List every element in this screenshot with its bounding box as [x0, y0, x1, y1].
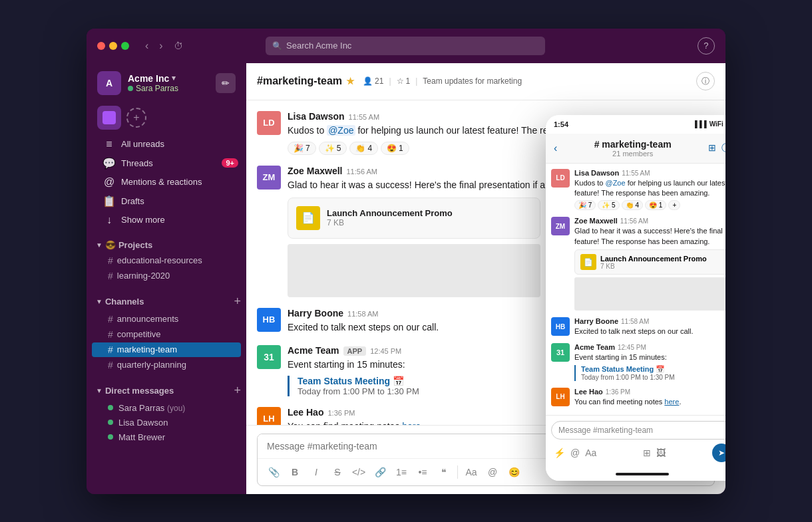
channel-item-marketing-team[interactable]: # marketing-team: [92, 342, 241, 357]
italic-button[interactable]: I: [307, 463, 325, 481]
reaction-party[interactable]: 🎉 7: [288, 142, 316, 155]
link-button[interactable]: 🔗: [371, 463, 389, 481]
msg-time-lisa: 11:55 AM: [349, 113, 379, 121]
mobile-reaction-party[interactable]: 🎉 7: [574, 200, 596, 210]
mobile-attachment-icon[interactable]: ⊞: [643, 448, 651, 458]
hash-icon: #: [108, 314, 113, 325]
emoji-button[interactable]: 😊: [505, 463, 523, 481]
workspace-header[interactable]: A Acme Inc ▾ Sara Parras ✏: [87, 63, 246, 103]
dm-header[interactable]: ▼ Direct messages +: [87, 381, 246, 400]
attachment-button[interactable]: 📎: [264, 463, 283, 481]
projects-header[interactable]: ▼ 😎 Projects: [87, 237, 246, 253]
msg-author-zoe: Zoe Maxwell: [288, 166, 342, 176]
mobile-avatar-lee: LH: [551, 388, 570, 406]
mobile-back-button[interactable]: ‹: [554, 142, 557, 154]
msg-time-harry: 11:58 AM: [347, 310, 378, 318]
mobile-video-icon[interactable]: ⊞: [708, 142, 716, 154]
block-button[interactable]: ❝: [435, 463, 453, 481]
mobile-input-box[interactable]: Message #marketing-team: [551, 421, 725, 440]
mobile-text-harry: Excited to talk next steps on our call.: [574, 326, 725, 336]
workspace-icon[interactable]: [97, 106, 121, 130]
mobile-text-acme: Event starting in 15 minutes:: [574, 352, 725, 362]
ordered-list-button[interactable]: 1≡: [392, 463, 411, 481]
mobile-text-lee: You can find meeting notes here.: [574, 397, 725, 407]
mobile-at-icon[interactable]: @: [570, 448, 580, 458]
workspace-user: Sara Parras: [128, 84, 209, 93]
avatar-acme-team: 31: [257, 345, 281, 369]
sidebar-item-all-unreads[interactable]: ≡ All unreads: [92, 136, 241, 153]
online-dot: [108, 420, 113, 425]
mobile-link-here[interactable]: here: [664, 398, 679, 406]
sidebar-item-show-more[interactable]: ↓ Show more: [92, 211, 241, 229]
mobile-event-card: Team Status Meeting 📅 Today from 1:00 PM…: [574, 365, 725, 381]
channel-item-competitive[interactable]: # competitive: [92, 327, 241, 342]
mobile-overlay: 1:54 ▐▐▐ WiFi ▓ ‹ # marketing-team 21 me…: [546, 115, 725, 481]
mobile-file-name: Launch Announcement Promo: [600, 255, 707, 263]
code-button[interactable]: </>: [349, 463, 368, 481]
mobile-reaction-sparkles[interactable]: ✨ 5: [598, 200, 619, 210]
mobile-reaction-clap[interactable]: 👏 4: [622, 200, 643, 210]
reaction-heart-eyes[interactable]: 😍 1: [381, 142, 409, 155]
chat-header: #marketing-team ★ 👤 21 | ☆ 1 | Team upda…: [246, 63, 725, 100]
unordered-list-button[interactable]: •≡: [413, 463, 432, 481]
strikethrough-button[interactable]: S: [328, 463, 347, 481]
bold-button[interactable]: B: [286, 463, 304, 481]
threads-badge: 9+: [222, 158, 238, 168]
mobile-font-icon[interactable]: Aa: [585, 448, 596, 458]
mobile-input-toolbar: ⚡ @ Aa ⊞ 🖼 ➤: [551, 444, 725, 462]
dm-item-matt[interactable]: Matt Brewer: [92, 430, 241, 444]
compose-button[interactable]: ✏: [216, 73, 236, 93]
add-channel-button[interactable]: +: [234, 295, 241, 309]
search-bar[interactable]: 🔍 Search Acme Inc: [266, 37, 545, 55]
online-dot: [108, 434, 113, 440]
maximize-button[interactable]: [121, 42, 129, 50]
mobile-reaction-add[interactable]: +: [668, 200, 680, 210]
back-button[interactable]: ‹: [142, 39, 151, 53]
forward-button[interactable]: ›: [156, 39, 165, 53]
mobile-reaction-heart[interactable]: 😍 1: [645, 200, 666, 210]
mobile-avatar-harry: HB: [551, 317, 570, 336]
app-badge: APP: [343, 346, 367, 356]
mobile-author-lisa: Lisa Dawson: [574, 169, 619, 177]
close-button[interactable]: [97, 42, 105, 50]
dm-item-lisa[interactable]: Lisa Dawson: [92, 416, 241, 430]
search-icon: 🔍: [272, 41, 282, 51]
mobile-message-zoe: ZM Zoe Maxwell 11:56 AM Glad to hear it …: [551, 217, 725, 311]
sidebar-item-drafts[interactable]: 📋 Drafts: [92, 192, 241, 210]
add-workspace-button[interactable]: +: [126, 108, 146, 128]
dm-section: ▼ Direct messages + Sara Parras (you) Li…: [87, 381, 246, 445]
mobile-send-button[interactable]: ➤: [712, 444, 725, 462]
mobile-time-lee: 1:36 PM: [606, 388, 630, 396]
font-button[interactable]: Aa: [462, 463, 481, 481]
channel-title: #marketing-team ★: [257, 75, 355, 87]
mobile-image-icon[interactable]: 🖼: [656, 448, 666, 458]
add-dm-button[interactable]: +: [234, 384, 241, 398]
mobile-info-icon[interactable]: ⓘ: [721, 142, 725, 154]
channel-item-announcements[interactable]: # announcements: [92, 312, 241, 326]
reaction-sparkles[interactable]: ✨ 5: [319, 142, 347, 155]
info-button[interactable]: ⓘ: [696, 72, 715, 90]
mobile-time-acme: 12:45 PM: [618, 344, 646, 351]
channels-header[interactable]: ▼ Channels +: [87, 292, 246, 311]
minimize-button[interactable]: [109, 42, 117, 50]
help-button[interactable]: ?: [698, 37, 715, 55]
channel-item-educational-resources[interactable]: # educational-resources: [92, 253, 241, 268]
reaction-clap[interactable]: 👏 4: [349, 142, 378, 155]
mobile-lightning-icon[interactable]: ⚡: [554, 448, 565, 458]
channel-item-learning-2020[interactable]: # learning-2020: [92, 269, 241, 283]
msg-time-lee: 1:36 PM: [327, 409, 355, 417]
mobile-status-icons: ▐▐▐ WiFi ▓: [692, 120, 725, 128]
mobile-file-preview: [574, 277, 725, 311]
file-attachment: 📄 Launch Announcement Promo 7 KB: [288, 197, 540, 239]
at-button[interactable]: @: [483, 463, 502, 481]
dm-item-sara[interactable]: Sara Parras (you): [92, 401, 241, 415]
sidebar-item-mentions[interactable]: @ Mentions & reactions: [92, 174, 241, 191]
avatar-harry: HB: [257, 308, 281, 332]
hash-icon: #: [108, 360, 113, 370]
msg-author-acme: Acme Team: [288, 345, 339, 356]
history-button[interactable]: ⏱: [171, 39, 186, 53]
channel-item-quarterly-planning[interactable]: # quarterly-planning: [92, 358, 241, 372]
sidebar-item-threads[interactable]: 💬 Threads 9+: [92, 154, 241, 172]
members-icon: 👤: [363, 76, 373, 86]
mobile-text-zoe: Glad to hear it was a success! Here's th…: [574, 226, 725, 247]
